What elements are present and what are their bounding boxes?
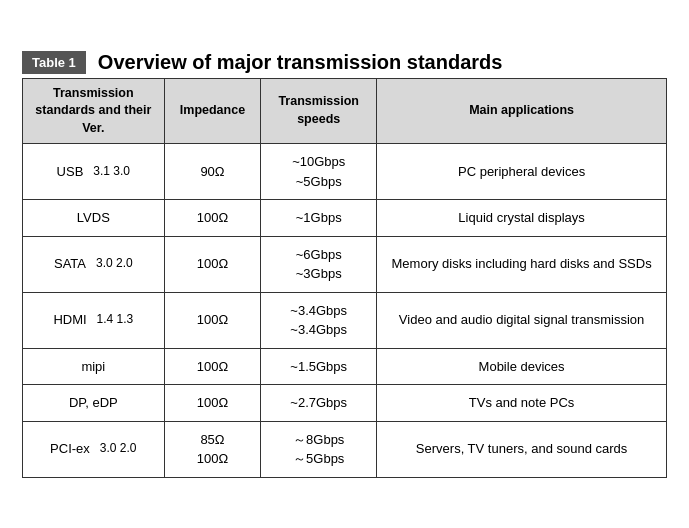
- standard-versions: 3.0 2.0: [96, 254, 133, 273]
- header-applications: Main applications: [377, 78, 667, 144]
- cell-standard: LVDS: [23, 200, 165, 237]
- table-row: PCI-ex3.0 2.085Ω100Ω～8Gbps～5GbpsServers,…: [23, 421, 667, 477]
- table-row: HDMI1.4 1.3100Ω~3.4Gbps~3.4GbpsVideo and…: [23, 292, 667, 348]
- table-container: Table 1 Overview of major transmission s…: [22, 51, 667, 478]
- cell-speed: ~10Gbps~5Gbps: [261, 144, 377, 200]
- cell-speed: ~6Gbps~3Gbps: [261, 236, 377, 292]
- header-row: Transmission standards and their Ver. Im…: [23, 78, 667, 144]
- cell-speed: ~1.5Gbps: [261, 348, 377, 385]
- cell-impedance: 100Ω: [164, 200, 261, 237]
- cell-speed: ~1Gbps: [261, 200, 377, 237]
- cell-impedance: 85Ω100Ω: [164, 421, 261, 477]
- table-row: LVDS100Ω~1GbpsLiquid crystal displays: [23, 200, 667, 237]
- standard-versions: 3.0 2.0: [100, 439, 137, 458]
- header-impedance: Impedance: [164, 78, 261, 144]
- cell-impedance: 100Ω: [164, 385, 261, 422]
- table-row: USB3.1 3.090Ω~10Gbps~5GbpsPC peripheral …: [23, 144, 667, 200]
- standard-name: HDMI: [53, 310, 86, 330]
- header-speed: Transmission speeds: [261, 78, 377, 144]
- header-standard: Transmission standards and their Ver.: [23, 78, 165, 144]
- title-row: Table 1 Overview of major transmission s…: [22, 51, 667, 74]
- cell-standard: HDMI1.4 1.3: [23, 292, 165, 348]
- cell-applications: Mobile devices: [377, 348, 667, 385]
- cell-applications: Liquid crystal displays: [377, 200, 667, 237]
- cell-applications: Servers, TV tuners, and sound cards: [377, 421, 667, 477]
- cell-impedance: 100Ω: [164, 292, 261, 348]
- transmission-table: Transmission standards and their Ver. Im…: [22, 78, 667, 478]
- cell-speed: ~2.7Gbps: [261, 385, 377, 422]
- cell-applications: TVs and note PCs: [377, 385, 667, 422]
- cell-applications: Video and audio digital signal transmiss…: [377, 292, 667, 348]
- standard-name: PCI-ex: [50, 439, 90, 459]
- cell-impedance: 90Ω: [164, 144, 261, 200]
- cell-applications: Memory disks including hard disks and SS…: [377, 236, 667, 292]
- cell-impedance: 100Ω: [164, 348, 261, 385]
- standard-name: SATA: [54, 254, 86, 274]
- cell-standard: mipi: [23, 348, 165, 385]
- cell-speed: ~3.4Gbps~3.4Gbps: [261, 292, 377, 348]
- cell-standard: SATA3.0 2.0: [23, 236, 165, 292]
- table-row: DP, eDP100Ω~2.7GbpsTVs and note PCs: [23, 385, 667, 422]
- standard-name: USB: [57, 162, 84, 182]
- cell-standard: DP, eDP: [23, 385, 165, 422]
- standard-versions: 3.1 3.0: [93, 162, 130, 181]
- cell-speed: ～8Gbps～5Gbps: [261, 421, 377, 477]
- standard-versions: 1.4 1.3: [97, 310, 134, 329]
- cell-standard: USB3.1 3.0: [23, 144, 165, 200]
- table-title: Overview of major transmission standards: [98, 51, 503, 74]
- table-label: Table 1: [22, 51, 86, 74]
- table-row: SATA3.0 2.0100Ω~6Gbps~3GbpsMemory disks …: [23, 236, 667, 292]
- table-row: mipi100Ω~1.5GbpsMobile devices: [23, 348, 667, 385]
- cell-impedance: 100Ω: [164, 236, 261, 292]
- cell-standard: PCI-ex3.0 2.0: [23, 421, 165, 477]
- cell-applications: PC peripheral devices: [377, 144, 667, 200]
